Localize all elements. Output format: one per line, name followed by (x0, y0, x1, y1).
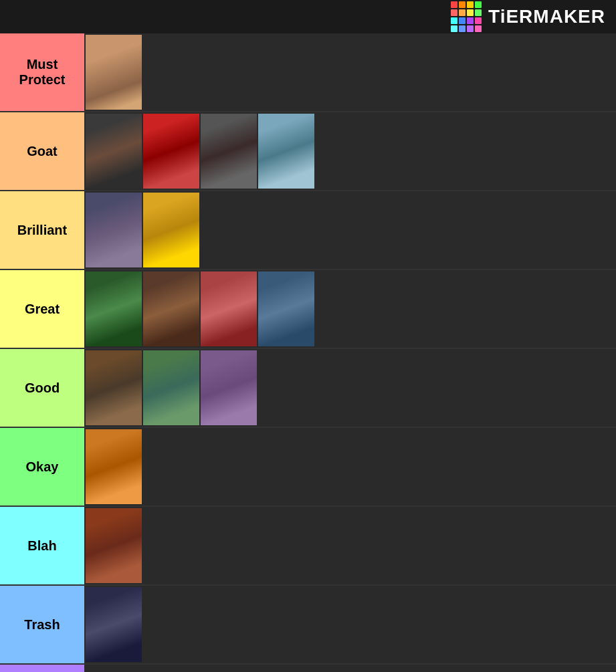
tier-label-brilliant: Brilliant (0, 191, 84, 269)
logo-cell (475, 1, 482, 8)
tier-row-okay: Okay (0, 428, 616, 507)
logo-cell (451, 25, 457, 32)
logo-cell (467, 25, 474, 32)
tier-images-goat (84, 112, 616, 190)
tier-images-who-dis (84, 665, 616, 672)
tier-image[interactable] (143, 114, 199, 189)
tier-label-blah: Blah (0, 507, 84, 584)
tier-image[interactable] (86, 193, 142, 267)
logo-grid-icon (451, 1, 482, 32)
logo-cell (451, 17, 457, 24)
tier-label-great: Great (0, 270, 84, 348)
tier-row-good: Good (0, 349, 616, 428)
tier-row-great: Great (0, 270, 616, 349)
tier-image[interactable] (86, 35, 142, 110)
tier-row-who-dis: Who dis? (0, 665, 616, 672)
logo-cell (459, 1, 466, 8)
tier-images-good (84, 349, 616, 427)
header: TiERMAKER (0, 0, 616, 33)
logo-cell (459, 25, 466, 32)
tier-images-okay (84, 428, 616, 506)
tiermaker-logo-text: TiERMAKER (488, 6, 605, 27)
tier-label-okay: Okay (0, 428, 84, 506)
tier-label-trash: Trash (0, 586, 84, 663)
tier-row-blah: Blah (0, 507, 616, 586)
tier-image[interactable] (201, 350, 257, 425)
logo-cell (451, 9, 457, 16)
tier-image[interactable] (143, 350, 199, 425)
tier-image[interactable] (258, 271, 314, 346)
tier-image[interactable] (86, 508, 142, 583)
tiermaker-logo: TiERMAKER (451, 1, 605, 32)
tier-image[interactable] (86, 114, 142, 189)
logo-cell (459, 17, 466, 24)
logo-cell (467, 1, 474, 8)
tier-row-brilliant: Brilliant (0, 191, 616, 270)
tier-image[interactable] (143, 193, 199, 267)
tier-row-goat: Goat (0, 112, 616, 191)
tier-image[interactable] (201, 271, 257, 346)
tier-images-great (84, 270, 616, 348)
tier-label-goat: Goat (0, 112, 84, 190)
tier-images-brilliant (84, 191, 616, 269)
logo-cell (467, 17, 474, 24)
tier-row-trash: Trash (0, 586, 616, 665)
logo-cell (475, 17, 482, 24)
tier-image[interactable] (201, 114, 257, 189)
tier-images-must-protect (84, 33, 616, 111)
tier-image[interactable] (86, 429, 142, 504)
tier-images-trash (84, 586, 616, 663)
tier-images-blah (84, 507, 616, 584)
tier-image[interactable] (143, 271, 199, 346)
tier-image[interactable] (86, 587, 142, 662)
tier-image[interactable] (86, 350, 142, 425)
logo-cell (475, 25, 482, 32)
tier-row-must-protect: Must Protect (0, 33, 616, 112)
logo-cell (459, 9, 466, 16)
logo-cell (475, 9, 482, 16)
tier-image[interactable] (86, 271, 142, 346)
tier-image[interactable] (258, 114, 314, 189)
tier-label-who-dis: Who dis? (0, 665, 84, 672)
logo-cell (467, 9, 474, 16)
tier-label-must-protect: Must Protect (0, 33, 84, 111)
logo-cell (451, 1, 457, 8)
tier-label-good: Good (0, 349, 84, 427)
